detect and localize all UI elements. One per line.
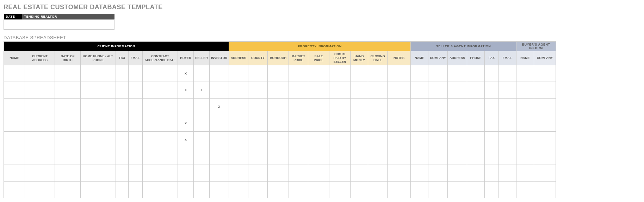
cell-hand[interactable] [351,132,368,148]
cell-b_name[interactable] [516,182,534,198]
cell-p_addr[interactable] [229,165,248,182]
cell-s_phone[interactable] [467,99,485,115]
cell-name[interactable] [4,82,25,99]
cell-buyer[interactable]: X [178,132,194,148]
cell-closing[interactable] [368,148,388,165]
cell-email[interactable] [129,182,143,198]
cell-s_addr[interactable] [448,182,467,198]
cell-notes[interactable] [388,65,411,82]
cell-email[interactable] [129,115,143,132]
mini-tending-cell[interactable] [22,20,114,30]
cell-investor[interactable] [210,115,229,132]
cell-s_fax[interactable] [485,115,499,132]
cell-email[interactable] [129,148,143,165]
cell-s_addr[interactable] [448,132,467,148]
cell-s_addr[interactable] [448,82,467,99]
cell-email[interactable] [129,82,143,99]
cell-dob[interactable] [55,182,81,198]
cell-s_name[interactable] [411,165,428,182]
cell-s_addr[interactable] [448,99,467,115]
cell-s_name[interactable] [411,182,428,198]
cell-market[interactable] [289,182,308,198]
cell-county[interactable] [248,65,268,82]
cell-sale[interactable] [308,99,329,115]
cell-hand[interactable] [351,182,368,198]
cell-seller[interactable] [194,99,210,115]
cell-market[interactable] [289,132,308,148]
cell-s_comp[interactable] [428,82,448,99]
cell-hand[interactable] [351,165,368,182]
cell-s_name[interactable] [411,132,428,148]
cell-s_email[interactable] [499,182,516,198]
cell-notes[interactable] [388,148,411,165]
cell-name[interactable] [4,65,25,82]
cell-buyer[interactable] [178,182,194,198]
cell-s_comp[interactable] [428,65,448,82]
cell-s_comp[interactable] [428,165,448,182]
cell-closing[interactable] [368,82,388,99]
cell-phone[interactable] [81,132,116,148]
cell-cur_addr[interactable] [25,148,55,165]
cell-seller[interactable] [194,165,210,182]
cell-s_addr[interactable] [448,148,467,165]
cell-market[interactable] [289,99,308,115]
cell-p_addr[interactable] [229,82,248,99]
cell-b_comp[interactable] [534,165,556,182]
cell-market[interactable] [289,115,308,132]
cell-county[interactable] [248,99,268,115]
cell-b_comp[interactable] [534,132,556,148]
cell-buyer[interactable] [178,148,194,165]
cell-s_name[interactable] [411,148,428,165]
cell-b_name[interactable] [516,82,534,99]
cell-email[interactable] [129,165,143,182]
cell-investor[interactable] [210,165,229,182]
cell-seller[interactable]: X [194,82,210,99]
cell-phone[interactable] [81,165,116,182]
cell-name[interactable] [4,132,25,148]
cell-sale[interactable] [308,65,329,82]
cell-s_phone[interactable] [467,182,485,198]
cell-contract[interactable] [143,148,178,165]
cell-market[interactable] [289,65,308,82]
cell-county[interactable] [248,82,268,99]
cell-p_addr[interactable] [229,182,248,198]
cell-buyer[interactable]: X [178,65,194,82]
cell-borough[interactable] [268,182,289,198]
cell-name[interactable] [4,115,25,132]
cell-s_fax[interactable] [485,82,499,99]
cell-contract[interactable] [143,65,178,82]
cell-dob[interactable] [55,148,81,165]
cell-market[interactable] [289,82,308,99]
cell-borough[interactable] [268,165,289,182]
cell-market[interactable] [289,165,308,182]
cell-sale[interactable] [308,82,329,99]
cell-s_comp[interactable] [428,115,448,132]
cell-buyer[interactable]: X [178,82,194,99]
cell-cur_addr[interactable] [25,115,55,132]
cell-phone[interactable] [81,115,116,132]
cell-s_phone[interactable] [467,65,485,82]
cell-s_name[interactable] [411,82,428,99]
cell-p_addr[interactable] [229,99,248,115]
cell-closing[interactable] [368,99,388,115]
cell-s_fax[interactable] [485,99,499,115]
cell-seller[interactable] [194,115,210,132]
cell-s_comp[interactable] [428,182,448,198]
cell-costs[interactable] [329,148,351,165]
cell-contract[interactable] [143,115,178,132]
cell-county[interactable] [248,115,268,132]
cell-buyer[interactable]: X [178,115,194,132]
cell-s_name[interactable] [411,65,428,82]
cell-s_name[interactable] [411,99,428,115]
cell-fax[interactable] [116,82,129,99]
cell-s_phone[interactable] [467,115,485,132]
cell-name[interactable] [4,165,25,182]
cell-costs[interactable] [329,165,351,182]
cell-hand[interactable] [351,99,368,115]
cell-fax[interactable] [116,65,129,82]
cell-notes[interactable] [388,99,411,115]
cell-borough[interactable] [268,82,289,99]
cell-investor[interactable] [210,182,229,198]
cell-s_addr[interactable] [448,115,467,132]
cell-notes[interactable] [388,115,411,132]
